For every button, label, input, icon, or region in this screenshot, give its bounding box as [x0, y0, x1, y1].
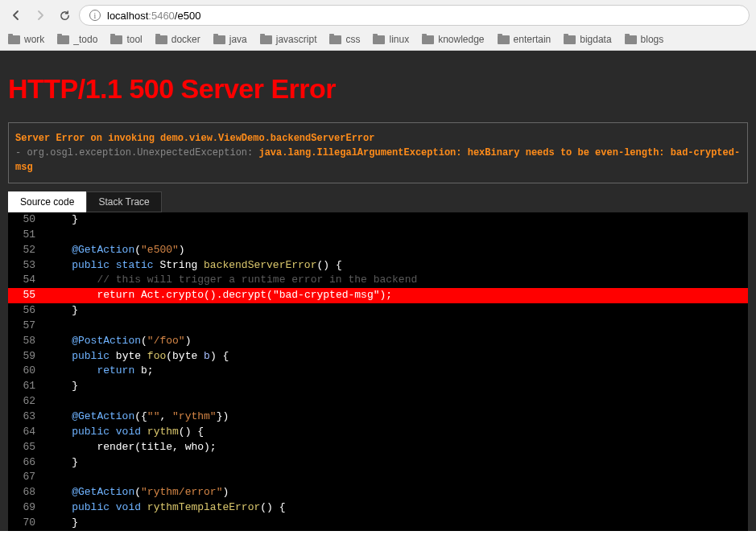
bookmark-folder[interactable]: docker	[155, 34, 200, 45]
folder-icon	[8, 35, 20, 44]
error-prefix: - org.osgl.exception.UnexpectedException…	[15, 147, 258, 158]
code-line: 67	[8, 470, 748, 485]
folder-icon	[498, 35, 510, 44]
bookmark-label: tool	[126, 34, 142, 45]
code-content: @GetAction("rythm/error")	[47, 485, 748, 500]
code-line: 60 return b;	[8, 364, 748, 379]
code-content: @GetAction({"", "rythm"})	[47, 409, 748, 425]
folder-icon	[564, 35, 576, 44]
bookmarks-bar: work_todotooldockerjavajavascriptcsslinu…	[0, 31, 756, 50]
url-port: :5460	[148, 10, 175, 22]
bookmark-folder[interactable]: java	[213, 34, 247, 45]
error-summary-box: Server Error on invoking demo.view.ViewD…	[8, 122, 748, 183]
code-line: 69 public void rythmTemplateError() {	[8, 500, 748, 516]
code-content: return Act.crypto().decrypt("bad-crypted…	[47, 288, 748, 303]
bookmark-folder[interactable]: linux	[373, 34, 409, 45]
line-number: 50	[8, 212, 47, 228]
code-content: public void rythmTemplateError() {	[47, 500, 748, 516]
code-line: 54 // this will trigger a runtime error …	[8, 273, 748, 288]
bookmark-folder[interactable]: entertain	[498, 34, 552, 45]
url-host: localhost	[107, 10, 148, 22]
bookmark-label: css	[345, 34, 360, 45]
code-content: public void rythm() {	[47, 425, 748, 440]
code-line: 58 @PostAction("/foo")	[8, 334, 748, 349]
reload-button[interactable]	[55, 6, 74, 25]
bookmark-label: java	[229, 34, 247, 45]
code-content	[47, 394, 748, 409]
bookmark-folder[interactable]: javascript	[260, 34, 317, 45]
code-line: 52 @GetAction("e500")	[8, 243, 748, 258]
line-number: 54	[8, 273, 47, 288]
line-number: 52	[8, 243, 47, 258]
tab-stack-trace[interactable]: Stack Trace	[86, 191, 161, 212]
line-number: 60	[8, 364, 47, 379]
line-number: 57	[8, 319, 47, 334]
site-info-icon[interactable]: i	[89, 10, 101, 21]
code-line: 68 @GetAction("rythm/error")	[8, 485, 748, 500]
code-line: 53 public static String backendServerErr…	[8, 258, 748, 274]
url-bar[interactable]: i localhost:5460/e500	[79, 5, 750, 26]
code-line: 66 }	[8, 455, 748, 471]
bookmark-folder[interactable]: tool	[110, 34, 142, 45]
line-number: 64	[8, 425, 47, 440]
code-content: @GetAction("e500")	[47, 243, 748, 258]
page-content: HTTP/1.1 500 Server Error Server Error o…	[0, 51, 756, 531]
code-line: 57	[8, 319, 748, 334]
bookmark-label: bigdata	[580, 34, 611, 45]
line-number: 61	[8, 379, 47, 394]
code-line: 50 }	[8, 212, 748, 228]
line-number: 53	[8, 258, 47, 274]
code-line: 70 }	[8, 516, 748, 531]
folder-icon	[110, 35, 122, 44]
code-content: public static String backendServerError(…	[47, 258, 748, 274]
bookmark-label: work	[24, 34, 44, 45]
line-number: 58	[8, 334, 47, 349]
tab-source-code[interactable]: Source code	[8, 191, 86, 212]
line-number: 56	[8, 303, 47, 319]
code-content: render(title, who);	[47, 440, 748, 455]
line-number: 68	[8, 485, 47, 500]
code-content: return b;	[47, 364, 748, 379]
forward-button[interactable]	[31, 6, 50, 25]
bookmark-label: docker	[171, 34, 200, 45]
code-content	[47, 228, 748, 243]
folder-icon	[213, 35, 225, 44]
code-content	[47, 470, 748, 485]
code-line: 61 }	[8, 379, 748, 394]
code-line: 64 public void rythm() {	[8, 425, 748, 440]
folder-icon	[57, 35, 69, 44]
code-content: }	[47, 303, 748, 319]
bookmark-folder[interactable]: _todo	[57, 34, 97, 45]
folder-icon	[329, 35, 341, 44]
browser-chrome: i localhost:5460/e500 work_todotooldocke…	[0, 0, 756, 51]
line-number: 59	[8, 349, 47, 364]
code-content: @PostAction("/foo")	[47, 334, 748, 349]
code-content: }	[47, 212, 748, 228]
error-detail-line: - org.osgl.exception.UnexpectedException…	[15, 146, 741, 175]
url-path: /e500	[175, 10, 201, 22]
tabs: Source codeStack Trace	[8, 191, 748, 212]
error-summary: Server Error on invoking demo.view.ViewD…	[15, 131, 741, 146]
back-button[interactable]	[6, 6, 26, 25]
code-line: 62	[8, 394, 748, 409]
bookmark-folder[interactable]: work	[8, 34, 44, 45]
line-number: 69	[8, 500, 47, 516]
line-number: 66	[8, 455, 47, 471]
bookmark-folder[interactable]: css	[329, 34, 360, 45]
line-number: 65	[8, 440, 47, 455]
bookmark-folder[interactable]: blogs	[625, 34, 664, 45]
bookmark-label: _todo	[73, 34, 97, 45]
code-line: 63 @GetAction({"", "rythm"})	[8, 409, 748, 425]
bookmark-label: entertain	[514, 34, 552, 45]
code-content: public byte foo(byte b) {	[47, 349, 748, 364]
code-content: // this will trigger a runtime error in …	[47, 273, 748, 288]
bookmark-folder[interactable]: bigdata	[564, 34, 611, 45]
code-content	[47, 319, 748, 334]
bookmark-label: javascript	[276, 34, 317, 45]
folder-icon	[155, 35, 167, 44]
source-code-viewer[interactable]: 50 }5152 @GetAction("e500")53 public sta…	[8, 212, 748, 531]
url-text: localhost:5460/e500	[107, 10, 200, 22]
line-number: 63	[8, 409, 47, 425]
bookmark-folder[interactable]: knowledge	[422, 34, 484, 45]
folder-icon	[373, 35, 385, 44]
